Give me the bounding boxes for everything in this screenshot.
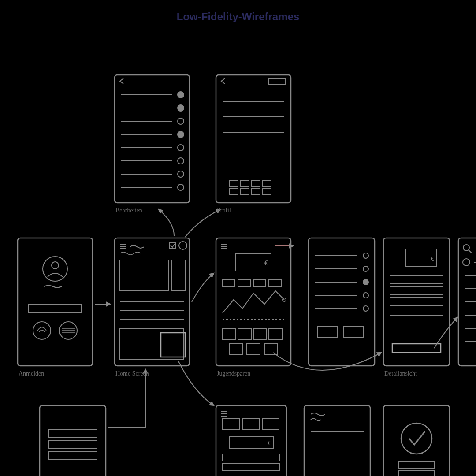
svg-rect-61 (309, 238, 375, 366)
svg-rect-46 (216, 238, 291, 366)
svg-rect-109 (223, 454, 280, 461)
label-detail: Detailansicht (384, 370, 417, 377)
screen-list (309, 238, 375, 366)
svg-rect-101 (48, 441, 97, 449)
svg-point-117 (401, 423, 432, 454)
svg-point-63 (363, 253, 368, 258)
svg-point-2 (178, 92, 184, 98)
svg-rect-119 (399, 471, 434, 476)
svg-rect-106 (262, 419, 279, 430)
svg-point-84 (463, 245, 469, 251)
svg-point-16 (178, 184, 184, 190)
svg-text:€: € (268, 440, 271, 446)
svg-rect-73 (344, 326, 364, 337)
svg-point-14 (178, 171, 184, 177)
svg-rect-55 (238, 328, 251, 339)
screen-bl-4 (383, 405, 450, 476)
screen-anmelden (18, 238, 93, 366)
svg-point-69 (363, 293, 368, 298)
flow-arrows (95, 209, 457, 428)
svg-rect-82 (392, 344, 441, 353)
screen-partial-right (458, 238, 476, 366)
svg-rect-33 (29, 304, 82, 313)
svg-rect-105 (242, 419, 259, 430)
screen-bl-1 (40, 405, 106, 476)
svg-text:€: € (264, 259, 268, 267)
label-home: Home Screen (115, 370, 149, 377)
svg-rect-39 (120, 260, 168, 291)
screen-detail: € (383, 238, 450, 366)
label-jugend: Jugendsparen (217, 370, 250, 377)
svg-rect-40 (172, 260, 185, 291)
screen-profil (216, 75, 291, 203)
svg-rect-118 (399, 462, 434, 468)
svg-rect-60 (264, 344, 278, 355)
svg-rect-107 (229, 436, 273, 449)
svg-point-12 (178, 158, 184, 164)
svg-rect-52 (269, 280, 281, 287)
svg-rect-79 (390, 298, 443, 305)
svg-rect-25 (262, 181, 271, 187)
svg-rect-45 (161, 333, 185, 357)
svg-rect-57 (269, 328, 282, 339)
svg-point-32 (52, 262, 59, 269)
svg-rect-30 (18, 238, 93, 366)
svg-rect-22 (229, 181, 238, 187)
svg-text:€: € (431, 256, 434, 262)
svg-rect-27 (240, 189, 249, 195)
svg-point-4 (178, 105, 184, 111)
screen-bl-2: € (216, 405, 286, 476)
svg-rect-49 (223, 280, 235, 287)
label-bearbeiten: Bearbeiten (115, 207, 142, 214)
svg-rect-100 (48, 430, 97, 438)
svg-rect-59 (247, 344, 260, 355)
svg-point-67 (363, 279, 368, 285)
screen-jugendsparen: € (216, 238, 291, 366)
svg-rect-77 (390, 275, 443, 283)
svg-point-10 (178, 145, 184, 151)
svg-rect-110 (223, 464, 280, 471)
label-profil: Profil (217, 207, 231, 214)
svg-rect-24 (251, 181, 260, 187)
svg-rect-29 (262, 189, 271, 195)
svg-point-34 (33, 322, 51, 339)
svg-rect-56 (253, 328, 267, 339)
svg-point-6 (178, 118, 184, 124)
screen-bearbeiten (115, 75, 190, 203)
svg-rect-78 (390, 286, 443, 294)
svg-rect-23 (240, 181, 249, 187)
svg-rect-72 (317, 326, 337, 337)
svg-rect-26 (229, 189, 238, 195)
svg-rect-18 (269, 78, 286, 85)
svg-rect-104 (223, 419, 239, 430)
label-anmelden: Anmelden (19, 370, 44, 377)
svg-rect-54 (223, 328, 236, 339)
svg-rect-116 (383, 405, 450, 476)
svg-rect-17 (216, 75, 291, 203)
screen-bl-3 (304, 405, 370, 476)
svg-point-38 (179, 242, 187, 249)
svg-rect-51 (253, 280, 266, 287)
svg-rect-74 (383, 238, 450, 366)
svg-point-71 (363, 306, 368, 311)
svg-point-8 (178, 131, 184, 138)
svg-point-85 (463, 259, 470, 266)
svg-rect-50 (238, 280, 250, 287)
svg-rect-58 (229, 344, 242, 355)
svg-rect-102 (48, 452, 97, 460)
svg-rect-28 (251, 189, 260, 195)
screen-home (115, 238, 190, 366)
svg-point-65 (363, 266, 368, 271)
